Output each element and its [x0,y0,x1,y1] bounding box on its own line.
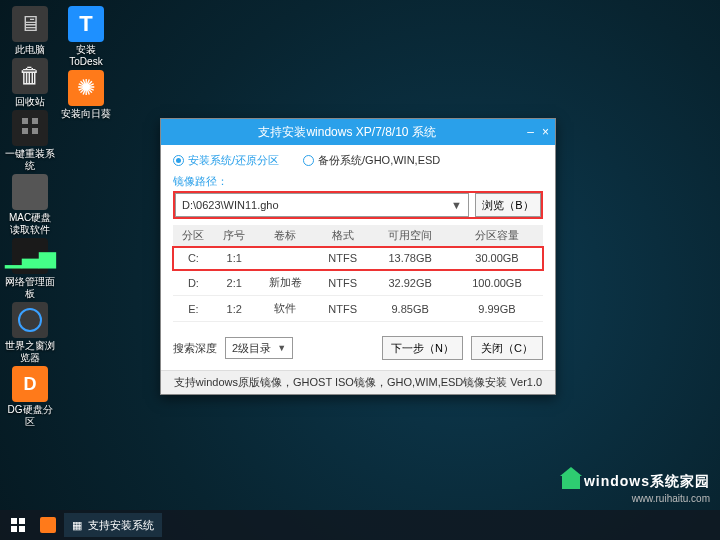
icon-label: 安装ToDesk [60,44,112,68]
radio-dot-icon [303,155,314,166]
image-path-combobox[interactable]: D:\0623\WIN11.gho ▼ [175,193,469,217]
mode-radio-group: 安装系统/还原分区 备份系统/GHO,WIN,ESD [173,153,543,168]
desktop-icon-network-panel[interactable]: ▁▃▅ 网络管理面板 [4,238,56,300]
dialog-titlebar[interactable]: 支持安装windows XP/7/8/10 系统 – × [161,119,555,145]
radio-label: 安装系统/还原分区 [188,153,279,168]
support-info-bar: 支持windows原版镜像，GHOST ISO镜像，GHO,WIM,ESD镜像安… [161,370,555,394]
col-partition[interactable]: 分区 [173,225,214,247]
icon-label: MAC硬盘读取软件 [4,212,56,236]
sunflower-icon: ✺ [68,70,104,106]
todesk-icon: T [68,6,104,42]
network-icon: ▁▃▅ [12,238,48,274]
taskbar-pinned-app[interactable] [36,513,60,537]
image-path-value: D:\0623\WIN11.gho [182,199,279,211]
desktop-icon-install-sunflower[interactable]: ✺ 安装向日葵 [60,70,112,120]
table-header-row: 分区 序号 卷标 格式 可用空间 分区容量 [173,225,543,247]
windows-logo-icon [11,518,25,532]
apple-icon [12,174,48,210]
partition-table-wrap: ↖ 分区 序号 卷标 格式 可用空间 分区容量 C: 1:1 [173,225,543,322]
col-volume[interactable]: 卷标 [255,225,316,247]
minimize-button[interactable]: – [527,125,534,139]
pinned-app-icon [40,517,56,533]
radio-label: 备份系统/GHO,WIN,ESD [318,153,440,168]
reinstall-icon [12,110,48,146]
icon-label: 回收站 [15,96,45,108]
desktop-icon-world-window-browser[interactable]: 世界之窗浏览器 [4,302,56,364]
icon-label: 此电脑 [15,44,45,56]
watermark-brand: windows系统家园 [584,473,710,491]
desktop-icon-this-pc[interactable]: 🖥 此电脑 [4,6,56,56]
radio-install-restore[interactable]: 安装系统/还原分区 [173,153,279,168]
col-capacity[interactable]: 分区容量 [451,225,543,247]
desktop-icon-install-todesk[interactable]: T 安装ToDesk [60,6,112,68]
svg-rect-1 [19,518,25,524]
desktop-icon-onekey-reinstall[interactable]: 一键重装系统 [4,110,56,172]
next-button[interactable]: 下一步（N） [382,336,463,360]
grid-icon: ▦ [72,519,82,532]
icon-label: 世界之窗浏览器 [4,340,56,364]
table-row[interactable]: D: 2:1 新加卷 NTFS 32.92GB 100.00GB [173,270,543,296]
image-path-label: 镜像路径： [173,174,543,189]
icon-label: DG硬盘分区 [4,404,56,428]
svg-rect-0 [11,518,17,524]
close-button[interactable]: × [542,125,549,139]
taskbar-app-label: 支持安装系统 [88,518,154,533]
desktop-icon-column-2: T 安装ToDesk ✺ 安装向日葵 [60,6,112,120]
chevron-down-icon: ▼ [451,199,462,211]
desktop-icon-dg-partition[interactable]: D DG硬盘分区 [4,366,56,428]
desktop-icon-column-1: 🖥 此电脑 🗑 回收站 一键重装系统 MAC硬盘读取软件 ▁▃▅ 网络管理面板 … [4,6,56,428]
search-depth-combobox[interactable]: 2级目录 ▼ [225,337,293,359]
start-button[interactable] [4,513,32,537]
dialog-footer: 搜索深度 2级目录 ▼ 下一步（N） 关闭（C） [173,336,543,360]
icon-label: 一键重装系统 [4,148,56,172]
desktop-icon-mac-disk-reader[interactable]: MAC硬盘读取软件 [4,174,56,236]
recycle-bin-icon: 🗑 [12,58,48,94]
col-index[interactable]: 序号 [214,225,255,247]
image-path-row: D:\0623\WIN11.gho ▼ 浏览（B） [173,191,543,219]
desktop-icon-recycle-bin[interactable]: 🗑 回收站 [4,58,56,108]
dg-icon: D [12,366,48,402]
watermark-url: www.ruihaitu.com [632,493,710,504]
search-depth-value: 2级目录 [232,341,271,356]
install-dialog: 支持安装windows XP/7/8/10 系统 – × 安装系统/还原分区 备… [160,118,556,395]
watermark: windows系统家园 www.ruihaitu.com [562,473,710,504]
partition-table: 分区 序号 卷标 格式 可用空间 分区容量 C: 1:1 NTFS 13.78 [173,225,543,322]
radio-backup[interactable]: 备份系统/GHO,WIN,ESD [303,153,440,168]
dialog-title: 支持安装windows XP/7/8/10 系统 [167,124,527,141]
table-row[interactable]: E: 1:2 软件 NTFS 9.85GB 9.99GB [173,296,543,322]
col-free[interactable]: 可用空间 [369,225,451,247]
radio-dot-icon [173,155,184,166]
svg-rect-2 [11,526,17,532]
dialog-body: 安装系统/还原分区 备份系统/GHO,WIN,ESD 镜像路径： D:\0623… [161,145,555,370]
pc-icon: 🖥 [12,6,48,42]
search-depth-label: 搜索深度 [173,341,217,356]
icon-label: 安装向日葵 [61,108,111,120]
table-row[interactable]: C: 1:1 NTFS 13.78GB 30.00GB [173,247,543,270]
house-icon [562,475,580,489]
svg-rect-3 [19,526,25,532]
chevron-down-icon: ▼ [277,343,286,353]
taskbar-app-install-system[interactable]: ▦ 支持安装系统 [64,513,162,537]
taskbar: ▦ 支持安装系统 [0,510,720,540]
close-dialog-button[interactable]: 关闭（C） [471,336,543,360]
icon-label: 网络管理面板 [4,276,56,300]
globe-icon [12,302,48,338]
col-fs[interactable]: 格式 [316,225,369,247]
browse-button[interactable]: 浏览（B） [475,193,541,217]
